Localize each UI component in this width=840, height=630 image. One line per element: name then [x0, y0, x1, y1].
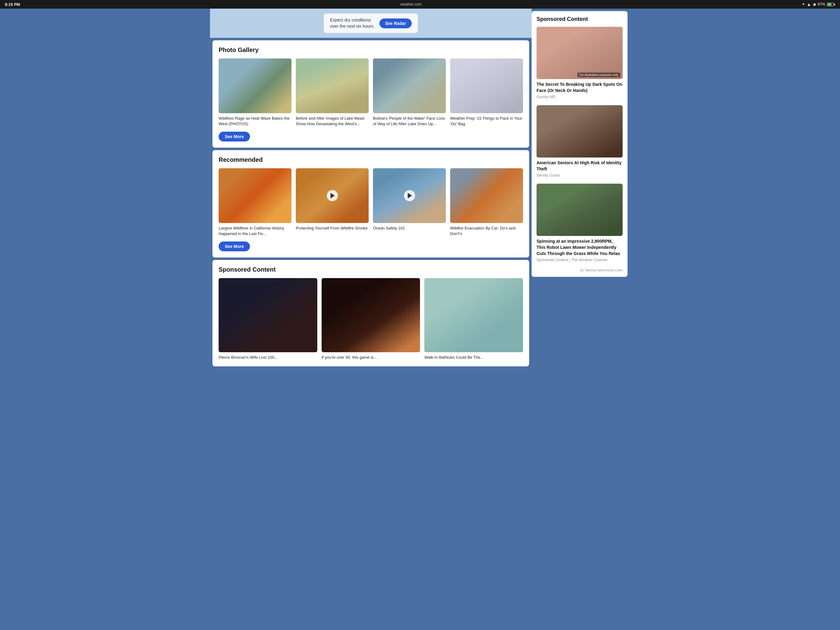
status-url: weather.com — [401, 2, 422, 6]
card-image — [219, 168, 292, 223]
sponsored-card-image — [424, 278, 523, 352]
status-right: ✦ ▲ ◉ 67% — [802, 2, 835, 7]
card-image — [296, 59, 369, 113]
photo-gallery-card[interactable]: Wildfires Rage as Heat Wave Bakes the We… — [219, 59, 292, 127]
photo-gallery-card[interactable]: Before and After Images of Lake Mead Sho… — [296, 59, 369, 127]
weather-banner-text: Expect dry conditions over the next six … — [330, 17, 374, 29]
sponsored-bottom-card[interactable]: Pierce Brosnan's Wife Lost 100... — [219, 278, 317, 360]
recommended-see-more[interactable]: See More — [219, 242, 250, 251]
card-thumbnail — [450, 59, 523, 113]
recommended-card[interactable]: Ocean Safety 101 — [373, 168, 446, 237]
card-title: Wildfire Evacuation By Car: Do's and Don… — [450, 225, 523, 237]
sidebar-ad-image — [537, 184, 623, 236]
photo-gallery-card[interactable]: Weather Prep: 15 Things to Pack in Your … — [450, 59, 523, 127]
card-title: Weather Prep: 15 Things to Pack in Your … — [450, 116, 523, 127]
card-title: Walk-In Bathtubs Could Be The... — [424, 355, 523, 360]
sidebar-ad[interactable]: Spinning at an Impressive 2,900RPM, This… — [537, 184, 623, 262]
page-wrapper: Expect dry conditions over the next six … — [210, 9, 630, 375]
sidebar-ad-source: Identity Guard — [537, 173, 623, 177]
weather-banner: Expect dry conditions over the next six … — [210, 9, 532, 38]
card-title: If you're over 40, this game is... — [322, 355, 420, 360]
sponsored-bottom-section: Sponsored Content Pierce Brosnan's Wife … — [212, 260, 529, 366]
recommended-grid: Largest Wildfires in California History … — [219, 168, 523, 237]
headphone-icon: ◉ — [813, 2, 816, 6]
photo-gallery-see-more[interactable]: See More — [219, 131, 250, 141]
card-image — [450, 168, 523, 223]
card-title: Before and After Images of Lake Mead Sho… — [296, 116, 369, 127]
recommended-section: Recommended Largest Wildfires in Califor… — [212, 150, 529, 258]
sponsored-bottom-card[interactable]: Walk-In Bathtubs Could Be The... — [424, 278, 523, 360]
battery-icon — [827, 3, 835, 6]
card-title: Bolivia's 'People of the Water' Face Los… — [373, 116, 446, 127]
battery-percent: 67% — [818, 2, 825, 6]
status-time: 8:15 PM — [5, 2, 20, 7]
card-thumbnail — [450, 168, 523, 223]
card-thumbnail — [373, 59, 446, 113]
recommended-card[interactable]: Wildfire Evacuation By Car: Do's and Don… — [450, 168, 523, 237]
sidebar-ad-image — [537, 105, 623, 157]
card-image — [296, 168, 369, 223]
card-thumbnail — [219, 168, 292, 223]
card-title: Largest Wildfires in California History … — [219, 225, 292, 237]
card-title: Protecting Yourself From Wildfire Smoke — [296, 225, 369, 231]
sidebar-ad-title: Spinning at an Impressive 2,900RPM, This… — [537, 238, 623, 256]
sidebar-ad-title: American Seniors At High Risk of Identit… — [537, 160, 623, 172]
card-title: Wildfires Rage as Heat Wave Bakes the We… — [219, 116, 292, 127]
card-image — [373, 59, 446, 113]
recommended-title: Recommended — [219, 156, 523, 163]
weather-banner-card: Expect dry conditions over the next six … — [324, 14, 418, 33]
card-thumbnail — [219, 59, 292, 113]
sidebar-ad[interactable]: For illustrative purposes only The Secre… — [537, 27, 623, 99]
card-thumbnail — [296, 59, 369, 113]
taboola-label: by Taboola Sponsored Links — [537, 268, 623, 272]
sponsored-card-image — [322, 278, 420, 352]
sidebar-ad[interactable]: American Seniors At High Risk of Identit… — [537, 105, 623, 177]
card-image — [219, 59, 292, 113]
status-bar: 8:15 PM weather.com ✦ ▲ ◉ 67% — [0, 0, 840, 9]
sidebar-ad-source: Gundry MD — [537, 95, 623, 99]
card-title: Ocean Safety 101 — [373, 225, 446, 231]
main-content: Expect dry conditions over the next six … — [210, 9, 532, 375]
play-button[interactable] — [404, 190, 415, 201]
card-title: Pierce Brosnan's Wife Lost 100... — [219, 355, 317, 360]
sidebar-inner: Sponsored Content For illustrative purpo… — [532, 11, 628, 277]
signal-icon: ✦ — [802, 2, 805, 6]
ad-label: For illustrative purposes only — [578, 73, 620, 77]
card-image — [450, 59, 523, 113]
wifi-icon: ▲ — [807, 2, 811, 7]
photo-gallery-title: Photo Gallery — [219, 46, 523, 54]
sponsored-bottom-title: Sponsored Content — [219, 266, 523, 273]
sidebar-ad-source: Sponsored Content | The Weather Channel — [537, 258, 623, 262]
photo-gallery-grid: Wildfires Rage as Heat Wave Bakes the We… — [219, 59, 523, 127]
play-button[interactable] — [327, 190, 338, 201]
sponsored-card-image — [219, 278, 317, 352]
sidebar-ad-image: For illustrative purposes only — [537, 27, 623, 79]
see-radar-button[interactable]: See Radar — [379, 19, 411, 28]
sidebar: Sponsored Content For illustrative purpo… — [532, 9, 630, 375]
recommended-card[interactable]: Largest Wildfires in California History … — [219, 168, 292, 237]
sidebar-ad-title: The Secret To Breaking Up Dark Spots On … — [537, 82, 623, 93]
photo-gallery-card[interactable]: Bolivia's 'People of the Water' Face Los… — [373, 59, 446, 127]
recommended-card[interactable]: Protecting Yourself From Wildfire Smoke — [296, 168, 369, 237]
photo-gallery-section: Photo Gallery Wildfires Rage as Heat Wav… — [212, 40, 529, 148]
sidebar-title: Sponsored Content — [537, 16, 623, 22]
sponsored-bottom-grid: Pierce Brosnan's Wife Lost 100... If you… — [219, 278, 523, 360]
sponsored-bottom-card[interactable]: If you're over 40, this game is... — [322, 278, 420, 360]
card-image — [373, 168, 446, 223]
